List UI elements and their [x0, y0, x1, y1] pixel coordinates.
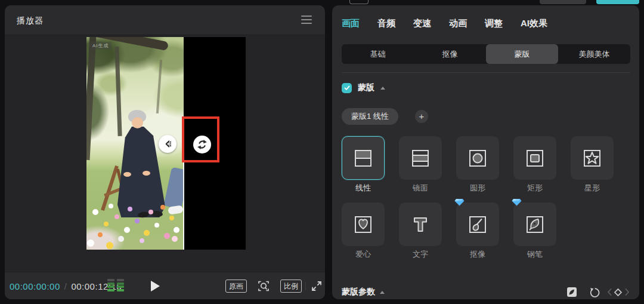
player-title: 播放器 [17, 5, 44, 35]
tab-ai-effects[interactable]: AI效果 [521, 14, 547, 32]
zoom-fit-icon[interactable] [256, 279, 271, 293]
mask-shape-text[interactable] [399, 202, 442, 246]
mask-shape-cutout[interactable] [456, 202, 499, 246]
inspector-subtabs: 基础 抠像 蒙版 美颜美体 [342, 44, 630, 64]
elderly-man-hand [143, 171, 150, 176]
player-header: 播放器 [5, 5, 325, 35]
subtab-basic[interactable]: 基础 [342, 44, 414, 64]
person-sneaker [168, 205, 184, 214]
person-leg [163, 167, 184, 210]
mask-shape-heart[interactable] [342, 202, 385, 246]
subtab-beauty[interactable]: 美颜美体 [558, 44, 630, 64]
fullscreen-icon[interactable] [309, 279, 324, 293]
elderly-man-face [132, 117, 143, 128]
timecode-separator: / [64, 281, 67, 291]
tab-animation[interactable]: 动画 [449, 14, 467, 32]
elderly-man-hand [123, 172, 131, 177]
reset-button[interactable] [589, 287, 600, 299]
toolbar-sliver-button[interactable] [540, 0, 586, 4]
rotate-icon [196, 138, 209, 151]
inspector-tabs: 画面 音频 变速 动画 调整 AI效果 [342, 14, 547, 32]
add-mask-button[interactable]: + [415, 110, 428, 123]
keyframe-prev-icon[interactable] [606, 287, 612, 299]
keyframe-next-icon[interactable] [624, 287, 630, 299]
divider [342, 72, 630, 73]
mask-shape-label: 抠像 [456, 249, 499, 260]
vip-diamond-icon [454, 198, 465, 206]
mask-shape-label: 矩形 [513, 183, 556, 194]
mask-enabled-checkbox[interactable] [342, 83, 352, 93]
mask-shape-label: 钢笔 [513, 249, 556, 260]
tab-audio[interactable]: 音频 [377, 14, 395, 32]
mask-instance-chip[interactable]: 蒙版1 线性 [342, 108, 398, 125]
mask-feather-handle[interactable] [159, 135, 177, 153]
mask-shape-label: 文字 [399, 249, 442, 260]
mask-shape-pen[interactable] [513, 202, 556, 246]
subtab-cutout[interactable]: 抠像 [414, 44, 486, 64]
mask-shape-star[interactable] [571, 136, 614, 180]
tab-speed[interactable]: 变速 [413, 14, 431, 32]
aspect-ratio-button[interactable]: 比例 [280, 280, 302, 293]
chair [101, 165, 119, 211]
check-icon [343, 84, 351, 91]
keyframe-diamond-icon[interactable] [613, 287, 623, 299]
video-preview-canvas[interactable]: AI生成 [86, 37, 246, 250]
timecode: 00:00:00:00 / 00:00:12:16 [10, 272, 122, 299]
audio-meter-icon [107, 279, 124, 291]
toolbar-sliver-export-button[interactable] [596, 0, 639, 4]
inspector-panel: 画面 音频 变速 动画 调整 AI效果 基础 抠像 蒙版 美颜美体 蒙版 蒙版1… [332, 5, 639, 299]
original-quality-button[interactable]: 原画 [225, 280, 247, 293]
collapse-arrow-icon[interactable] [380, 291, 385, 294]
mask-shape-rectangle[interactable] [513, 136, 556, 180]
collapse-arrow-icon[interactable] [380, 87, 385, 90]
tab-picture[interactable]: 画面 [342, 14, 360, 32]
mask-shape-label: 镜面 [399, 183, 442, 194]
app-window: 播放器 AI生成 [0, 0, 644, 304]
mask-shape-label: 线性 [342, 183, 385, 194]
mask-shape-label: 圆形 [456, 183, 499, 194]
player-panel: 播放器 AI生成 [5, 5, 325, 299]
mask-shape-label: 爱心 [342, 249, 385, 260]
mask-shape-mirror[interactable] [399, 136, 442, 180]
tree-trunk [86, 37, 96, 160]
player-transport-bar: 00:00:00:00 / 00:00:12:16 原画 比例 [5, 272, 325, 299]
vip-diamond-icon [512, 198, 522, 206]
mask-shape-circle[interactable] [456, 136, 499, 180]
player-menu-icon[interactable] [301, 16, 312, 24]
mask-shape-label: 星形 [571, 183, 614, 194]
mask-shape-linear[interactable] [342, 136, 385, 180]
feather-chevron-icon [161, 137, 174, 151]
mask-params-label: 蒙版参数 [342, 287, 375, 297]
apply-to-all-button[interactable] [566, 287, 577, 299]
ai-watermark: AI生成 [90, 42, 112, 50]
subtab-mask[interactable]: 蒙版 [486, 44, 558, 64]
divider [305, 282, 306, 290]
tree-trunk [114, 47, 122, 136]
tree-trunk [156, 60, 162, 113]
play-button[interactable] [151, 281, 160, 291]
mask-rotate-handle[interactable] [193, 136, 211, 153]
mask-section-label: 蒙版 [358, 82, 374, 93]
timecode-current: 00:00:00:00 [10, 281, 60, 291]
tab-adjust[interactable]: 调整 [485, 14, 503, 32]
toolbar-sliver-outline [349, 0, 369, 4]
